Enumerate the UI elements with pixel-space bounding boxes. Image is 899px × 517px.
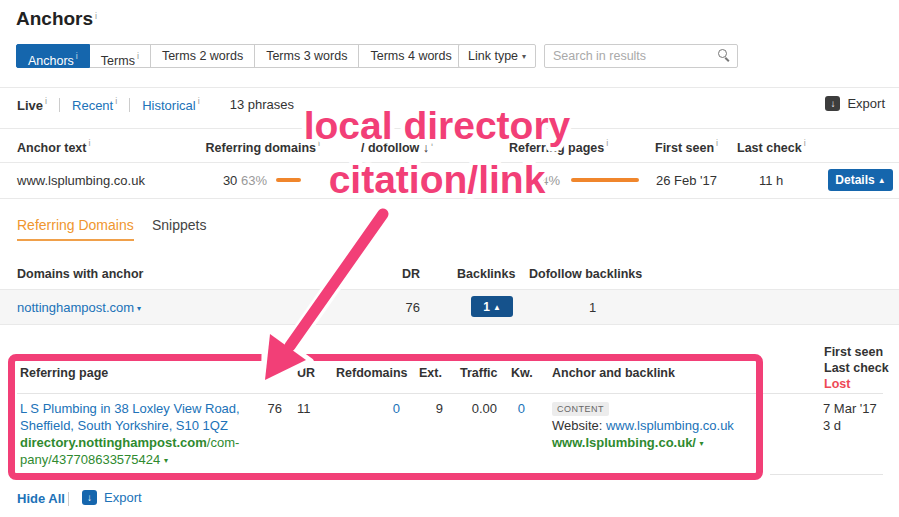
mode-recent[interactable]: Recenti bbox=[72, 96, 117, 113]
export-button-top[interactable]: ↓ Export bbox=[825, 96, 885, 111]
referring-domains-value: 30 bbox=[223, 173, 237, 188]
domain-dr-value: 76 bbox=[385, 300, 420, 315]
chevron-down-icon[interactable]: ▾ bbox=[164, 456, 168, 465]
chevron-up-icon: ▲ bbox=[493, 303, 501, 312]
referring-page-title: Sheffield, South Yorkshire, S10 1QZ bbox=[20, 418, 228, 433]
referring-page-url[interactable]: directory.nottinghampost.com/com- bbox=[20, 435, 239, 450]
referring-page-link[interactable]: Sheffield, South Yorkshire, S10 1QZ bbox=[20, 418, 228, 433]
rp-ur-value: 11 bbox=[297, 401, 311, 416]
col-header-rp-dr: DR bbox=[252, 366, 282, 380]
mode-switcher: Livei Recenti Historicali 13 phrases bbox=[17, 96, 294, 113]
referring-page-url-path: pany/437708633575424 bbox=[20, 452, 160, 467]
backlink-url: www.lsplumbing.co.uk/ bbox=[552, 435, 696, 450]
divider bbox=[59, 98, 60, 112]
tab-terms-4-words[interactable]: Terms 4 words bbox=[359, 44, 463, 68]
header-label: Referring pages bbox=[509, 141, 604, 155]
col-header-rp-ur: UR bbox=[297, 366, 315, 380]
info-icon: i bbox=[88, 138, 90, 148]
referring-page-url[interactable]: pany/437708633575424 ▾ bbox=[20, 452, 168, 467]
col-header-rp-first-seen: First seen bbox=[824, 345, 883, 359]
export-label: Export bbox=[104, 490, 142, 505]
report-tabbar: Anchorsi Termsi Terms 2 words Terms 3 wo… bbox=[16, 44, 464, 68]
phrase-count: 13 phrases bbox=[230, 97, 294, 112]
backlinks-count: 1 bbox=[483, 300, 490, 314]
info-icon: i bbox=[115, 96, 117, 106]
website-link[interactable]: www.lsplumbing.co.uk bbox=[606, 418, 734, 433]
mode-label: Recent bbox=[72, 98, 113, 113]
tab-label: Terms 4 words bbox=[370, 49, 451, 63]
col-header-ext: Ext. bbox=[419, 366, 442, 380]
rp-last-check-value: 3 d bbox=[823, 418, 841, 433]
search-icon[interactable] bbox=[718, 49, 731, 62]
tab-terms-3-words[interactable]: Terms 3 words bbox=[255, 44, 359, 68]
info-icon: i bbox=[318, 138, 320, 148]
hide-all-button[interactable]: Hide All bbox=[17, 491, 65, 506]
tab-label: Terms 2 words bbox=[162, 49, 243, 63]
info-icon: i bbox=[431, 138, 433, 148]
details-button[interactable]: Details▲ bbox=[828, 169, 893, 191]
rp-refdomains-value[interactable]: 0 bbox=[375, 401, 400, 416]
tab-terms[interactable]: Termsi bbox=[90, 44, 151, 68]
website-label: Website: bbox=[552, 418, 602, 433]
hide-all-label: Hide All bbox=[17, 491, 65, 506]
export-button-bottom[interactable]: ↓ Export bbox=[82, 490, 142, 505]
divider bbox=[0, 198, 899, 199]
col-header-dofollow-backlinks: Dofollow backlinks bbox=[529, 267, 642, 281]
col-header-domains-with-anchor: Domains with anchor bbox=[17, 267, 143, 281]
subtab-referring-domains[interactable]: Referring Domains bbox=[17, 217, 134, 241]
referring-page-url-path: /com- bbox=[207, 435, 240, 450]
referring-page-title: L S Plumbing in 38 Loxley View Road, bbox=[20, 401, 240, 416]
col-header-first-seen: First seeni bbox=[655, 138, 718, 155]
referring-domains-bar bbox=[276, 178, 301, 182]
dofollow-bar bbox=[571, 178, 639, 182]
col-header-dr: DR bbox=[385, 267, 420, 281]
col-header-lost: Lost bbox=[824, 377, 850, 391]
tab-label: Anchors bbox=[28, 54, 74, 68]
export-label: Export bbox=[847, 96, 885, 111]
sort-descending-icon: ↓ bbox=[423, 141, 429, 155]
info-icon: i bbox=[606, 138, 608, 148]
tab-terms-2-words[interactable]: Terms 2 words bbox=[151, 44, 255, 68]
col-header-kw: Kw. bbox=[511, 366, 533, 380]
first-seen-cell: 26 Feb '17 bbox=[656, 173, 717, 188]
page-title-text: Anchors bbox=[16, 8, 93, 29]
backlink-anchor-line[interactable]: www.lsplumbing.co.uk/ ▾ bbox=[552, 435, 704, 450]
header-label: Anchor text bbox=[17, 141, 86, 155]
annotation-line2: citation/link bbox=[329, 158, 546, 201]
col-header-dofollow[interactable]: / dofollow ↓i bbox=[361, 138, 433, 155]
chevron-down-icon[interactable]: ▾ bbox=[700, 439, 704, 448]
domain-link[interactable]: nottinghampost.com▾ bbox=[17, 300, 141, 315]
col-header-anchor-and-backlink: Anchor and backlink bbox=[552, 366, 675, 380]
col-header-anchor-text: Anchor texti bbox=[17, 138, 90, 155]
col-header-last-check: Last checki bbox=[737, 138, 806, 155]
mode-live[interactable]: Livei bbox=[17, 96, 47, 113]
info-icon: i bbox=[804, 138, 806, 148]
mode-label: Historical bbox=[142, 98, 195, 113]
chevron-down-icon: ▾ bbox=[522, 52, 526, 61]
divider bbox=[770, 474, 883, 475]
subtab-snippets[interactable]: Snippets bbox=[152, 217, 206, 233]
header-label: First seen bbox=[655, 141, 714, 155]
info-icon: i bbox=[137, 51, 139, 61]
divider bbox=[0, 162, 899, 163]
tab-anchors[interactable]: Anchorsi bbox=[16, 44, 90, 68]
rp-dr-value: 76 bbox=[252, 401, 282, 416]
mode-historical[interactable]: Historicali bbox=[142, 96, 199, 113]
dofollow-pct: 44% bbox=[534, 173, 560, 188]
col-header-referring-pages: Referring pagesi bbox=[509, 138, 608, 155]
referring-page-link[interactable]: L S Plumbing in 38 Loxley View Road, bbox=[20, 401, 240, 416]
backlinks-toggle-button[interactable]: 1▲ bbox=[471, 296, 513, 317]
search-input[interactable] bbox=[544, 44, 738, 68]
col-header-referring-domains: Referring domainsi bbox=[180, 138, 320, 155]
domain-link-text: nottinghampost.com bbox=[17, 300, 134, 315]
col-header-rp-last-check: Last check bbox=[824, 361, 889, 375]
col-header-backlinks: Backlinks bbox=[457, 267, 515, 281]
link-type-label: Link type bbox=[468, 49, 518, 63]
anchor-text-cell: www.lsplumbing.co.uk bbox=[17, 173, 145, 188]
rp-kw-value[interactable]: 0 bbox=[515, 401, 525, 416]
referring-domains-cell: 30 63% bbox=[180, 173, 267, 188]
link-type-dropdown[interactable]: Link type▾ bbox=[458, 44, 536, 68]
divider bbox=[0, 87, 899, 88]
rp-traffic-value: 0.00 bbox=[465, 401, 497, 416]
col-header-traffic: Traffic bbox=[460, 366, 498, 380]
